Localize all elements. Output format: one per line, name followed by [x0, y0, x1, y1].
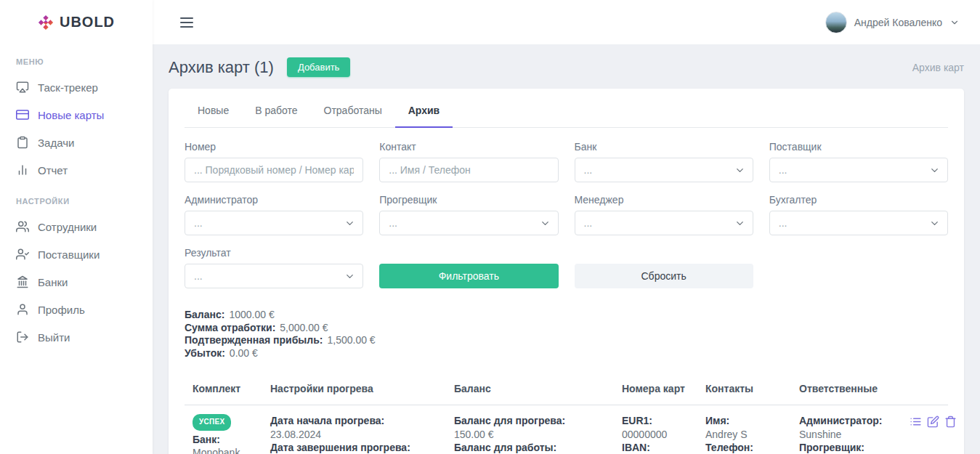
bank-icon: [16, 275, 29, 288]
admin-select[interactable]: ...: [185, 211, 363, 235]
filter-button[interactable]: Фильтровать: [379, 264, 558, 288]
col-responsible: Ответственные: [799, 383, 910, 394]
totals-summary: Баланс:1000.00 € Сумма отработки:5,000.0…: [185, 309, 948, 360]
topbar: Андрей Коваленко: [153, 0, 980, 44]
field-label: Менеджер: [575, 194, 753, 206]
user-menu[interactable]: Андрей Коваленко: [825, 12, 960, 33]
chevron-down-icon: [540, 218, 551, 229]
brand-name: UBOLD: [60, 14, 115, 31]
table-header-row: Комплект Настройки прогрева Баланс Номер…: [185, 383, 948, 405]
tab-archive[interactable]: Архив: [395, 105, 453, 128]
chevron-down-icon: [344, 271, 355, 282]
kit-cell: УСПЕХ Банк: Monobank: [193, 414, 270, 454]
avatar: [825, 12, 847, 33]
balance-cell: Баланс для прогрева: 150.00 € Баланс для…: [454, 414, 622, 454]
tab-new[interactable]: Новые: [185, 105, 242, 128]
contact-input[interactable]: [379, 158, 558, 182]
chevron-down-icon: [344, 218, 355, 229]
field-label: Контакт: [379, 141, 558, 153]
field-supplier: Поставщик ...: [769, 141, 948, 182]
field-label: Администратор: [185, 194, 363, 206]
edit-icon[interactable]: [927, 416, 939, 428]
bar-chart-icon: [16, 163, 29, 177]
field-label: Бухгалтер: [769, 194, 948, 206]
menu-toggle-button[interactable]: [180, 15, 195, 31]
user-check-icon: [16, 248, 29, 261]
sidebar-item-label: Новые карты: [38, 109, 104, 121]
number-input[interactable]: [185, 158, 363, 182]
supplier-select[interactable]: ...: [769, 158, 948, 182]
archive-card: Новые В работе Отработаны Архив Номер Ко…: [169, 89, 964, 454]
sidebar-item-report[interactable]: Отчет: [0, 156, 153, 184]
field-warmer: Прогревщик ...: [379, 194, 558, 235]
summary-worked-amount: Сумма отработки:5,000.00 €: [185, 322, 948, 335]
row-actions: [910, 414, 957, 454]
sidebar-item-label: Таск-трекер: [38, 81, 98, 94]
sidebar-item-tasks[interactable]: Задачи: [0, 129, 153, 156]
delete-icon[interactable]: [944, 416, 957, 428]
sidebar-item-label: Профиль: [38, 304, 85, 316]
result-select[interactable]: ...: [185, 264, 363, 288]
users-icon: [16, 220, 29, 233]
reset-button[interactable]: Сбросить: [575, 264, 753, 288]
airplay-icon: [16, 81, 29, 94]
col-contacts: Контакты: [705, 383, 799, 394]
sidebar-item-task-tracker[interactable]: Таск-трекер: [0, 73, 153, 101]
add-button[interactable]: Добавить: [287, 57, 350, 77]
chevron-down-icon: [734, 165, 745, 176]
field-number: Номер: [185, 141, 363, 182]
tab-in-progress[interactable]: В работе: [242, 105, 310, 128]
main-content: Архив карт (1) Добавить Архив карт Новые…: [153, 44, 980, 454]
sidebar-item-banks[interactable]: Банки: [0, 268, 153, 296]
field-admin: Администратор ...: [185, 194, 363, 235]
brand-logo[interactable]: UBOLD: [0, 0, 153, 44]
sidebar-item-label: Поставщики: [38, 248, 100, 261]
card-numbers-cell: EUR1: 00000000 IBAN:: [622, 414, 705, 454]
user-icon: [16, 303, 29, 316]
summary-loss: Убыток:0.00 €: [185, 347, 948, 360]
summary-balance: Баланс:1000.00 €: [185, 309, 948, 322]
col-kit: Комплект: [193, 383, 270, 394]
sidebar-item-suppliers[interactable]: Поставщики: [0, 240, 153, 268]
brand-logo-icon: [38, 15, 54, 31]
chevron-down-icon: [929, 165, 940, 176]
page-title-row: Архив карт (1) Добавить Архив карт: [169, 57, 964, 77]
clipboard-icon: [16, 136, 29, 149]
breadcrumb: Архив карт: [912, 62, 964, 73]
field-contact: Контакт: [379, 141, 558, 182]
bank-select[interactable]: ...: [575, 158, 753, 182]
sidebar-item-logout[interactable]: Выйти: [0, 323, 153, 351]
field-label: Банк: [575, 141, 753, 153]
page-title: Архив карт (1): [169, 58, 274, 77]
sidebar-item-label: Отчет: [38, 164, 68, 177]
reset-button-cell: Сбросить: [575, 247, 753, 288]
sidebar-item-label: Сотрудники: [38, 221, 97, 233]
sidebar-section-settings: НАСТРОЙКИ: [0, 184, 153, 213]
tab-worked[interactable]: Отработаны: [311, 105, 395, 128]
table-row: УСПЕХ Банк: Monobank Дата начала прогрев…: [185, 405, 948, 454]
credit-card-icon: [16, 108, 29, 121]
sidebar-item-new-cards[interactable]: Новые карты: [0, 101, 153, 129]
warmup-cell: Дата начала прогрева: 23.08.2024 Дата за…: [270, 414, 454, 454]
chevron-down-icon: [949, 17, 960, 28]
status-badge: УСПЕХ: [193, 414, 231, 431]
warmer-select[interactable]: ...: [379, 211, 558, 235]
col-balance: Баланс: [454, 383, 622, 394]
details-list-icon[interactable]: [910, 416, 922, 428]
accountant-select[interactable]: ...: [769, 211, 948, 235]
logout-icon: [16, 331, 29, 344]
sidebar-section-menu: МЕНЮ: [0, 44, 153, 73]
filter-button-cell: Фильтровать: [379, 247, 558, 288]
tabs: Новые В работе Отработаны Архив: [185, 105, 948, 128]
chevron-down-icon: [929, 218, 940, 229]
user-name: Андрей Коваленко: [854, 17, 942, 28]
sidebar-item-label: Банки: [38, 276, 68, 288]
filter-form: Номер Контакт Банк ... Поставщик ...: [185, 141, 948, 288]
sidebar-item-employees[interactable]: Сотрудники: [0, 213, 153, 240]
sidebar-item-profile[interactable]: Профиль: [0, 296, 153, 323]
field-accountant: Бухгалтер ...: [769, 194, 948, 235]
contacts-cell: Имя: Andrey S Телефон:: [705, 414, 799, 454]
col-card-numbers: Номера карт: [622, 383, 705, 394]
field-label: Результат: [185, 247, 363, 259]
manager-select[interactable]: ...: [575, 211, 753, 235]
